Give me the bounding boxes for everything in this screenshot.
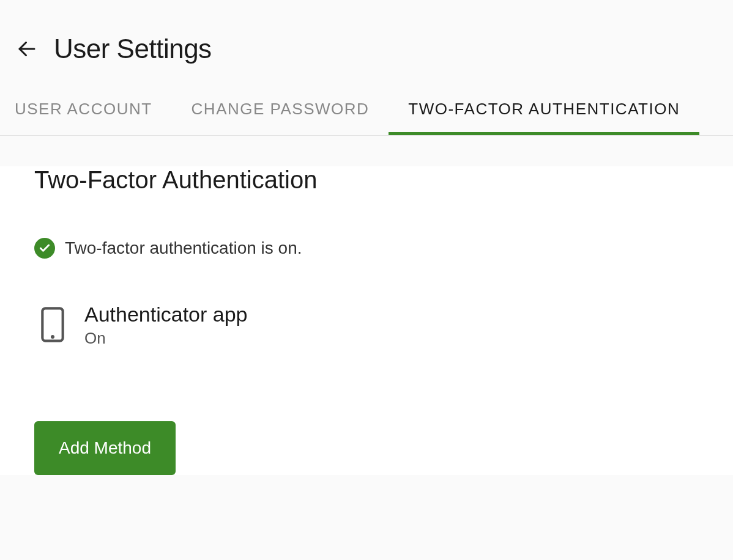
tab-two-factor-authentication[interactable]: TWO-FACTOR AUTHENTICATION — [389, 89, 699, 135]
two-factor-status-text: Two-factor authentication is on. — [65, 238, 302, 258]
two-factor-status-row: Two-factor authentication is on. — [0, 238, 733, 259]
content-area: Two-Factor Authentication Two-factor aut… — [0, 166, 733, 475]
section-heading: Two-Factor Authentication — [0, 166, 733, 194]
page-header: User Settings — [0, 0, 733, 89]
page-title: User Settings — [54, 34, 212, 64]
phone-icon — [40, 306, 65, 343]
back-arrow-icon[interactable] — [15, 37, 39, 61]
tab-change-password[interactable]: CHANGE PASSWORD — [172, 89, 389, 135]
settings-tabs: USER ACCOUNT CHANGE PASSWORD TWO-FACTOR … — [0, 89, 733, 136]
tab-user-account[interactable]: USER ACCOUNT — [15, 89, 172, 135]
method-authenticator-app[interactable]: Authenticator app On — [0, 303, 733, 348]
method-status: On — [84, 329, 248, 348]
check-circle-icon — [34, 238, 55, 259]
method-name: Authenticator app — [84, 303, 248, 326]
method-info: Authenticator app On — [84, 303, 248, 348]
svg-point-2 — [51, 335, 54, 339]
add-method-button[interactable]: Add Method — [34, 421, 176, 475]
